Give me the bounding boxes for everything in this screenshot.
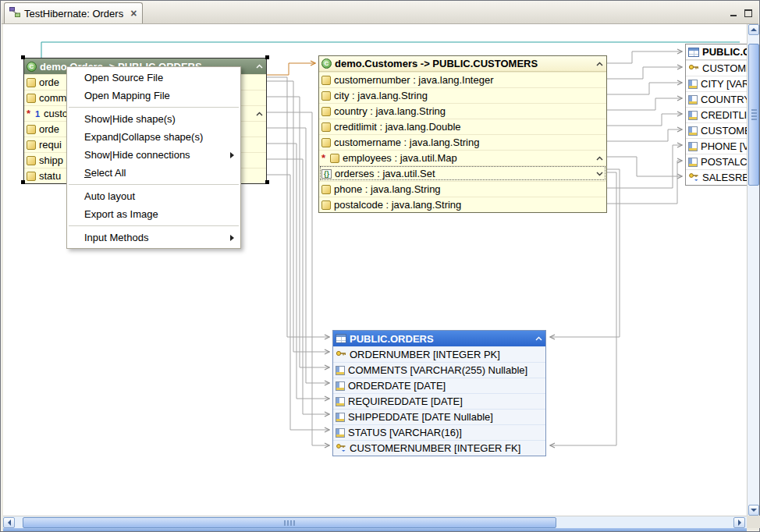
column-row[interactable]: CITY [VARCHAR(50): [686, 76, 747, 91]
diagram-canvas[interactable]: C demo.Orders -> PUBLIC.ORDERS orde comm…: [3, 24, 747, 516]
foreign-key-icon: [688, 171, 699, 184]
menu-item-label: Show|Hide shape(s): [84, 113, 176, 125]
menu-item-export-as-image[interactable]: Export as Image: [67, 205, 240, 223]
field-row[interactable]: country : java.lang.String: [319, 103, 606, 119]
column-icon: [688, 111, 698, 120]
column-label: COUNTRY [VARCH: [701, 94, 747, 105]
menu-item-auto-layout[interactable]: Auto layout: [67, 187, 240, 205]
column-row[interactable]: COUNTRY [VARCH: [686, 91, 747, 107]
menu-item-label: Open Mapping File: [84, 90, 170, 101]
field-label: requi: [39, 139, 62, 151]
property-icon: [27, 156, 36, 165]
collapse-connection-icon[interactable]: [596, 156, 603, 161]
expand-connection-icon[interactable]: [596, 172, 603, 176]
tab-testhibernate-orders[interactable]: TestHibernate: Orders ×: [4, 2, 143, 23]
scroll-right-button[interactable]: [733, 517, 745, 528]
horizontal-scrollbar-thumb[interactable]: [23, 517, 556, 528]
primary-key-icon: [688, 62, 699, 75]
menu-item-show-hide-connections[interactable]: Show|Hide connections: [67, 146, 240, 164]
field-row[interactable]: customernumber : java.lang.Integer: [319, 72, 606, 87]
menu-item-select-all[interactable]: Select All: [67, 164, 240, 182]
table-icon: [688, 48, 699, 57]
entity-demo-customers-header[interactable]: C demo.Customers -> PUBLIC.CUSTOMERS: [319, 56, 606, 72]
table-public-orders[interactable]: PUBLIC.ORDERS ORDERNUMBER [INTEGER PK] C…: [332, 330, 546, 456]
column-row[interactable]: SHIPPEDDATE [DATE Nullable]: [333, 409, 545, 424]
column-label: CUSTOMERNUMBER [INTEGER FK]: [350, 442, 520, 454]
class-icon: C: [321, 59, 332, 69]
view-tabbar: TestHibernate: Orders ×: [2, 2, 758, 24]
column-icon: [336, 381, 345, 391]
column-row[interactable]: POSTALCODE [VAR: [686, 154, 747, 169]
table-title: PUBLIC.ORDERS: [350, 333, 434, 345]
tab-title: TestHibernate: Orders: [24, 8, 123, 20]
property-icon: [321, 107, 331, 116]
column-row[interactable]: CUSTOMERNUMBER [INTEGER FK]: [333, 440, 545, 456]
field-row[interactable]: customername : java.lang.String: [319, 134, 606, 150]
scroll-up-button[interactable]: [748, 24, 759, 35]
scroll-left-button[interactable]: [3, 517, 15, 528]
table-public-customers[interactable]: PUBLIC.CUSTOMERS CUSTOMERNUMBER [IN CITY…: [685, 44, 747, 186]
column-row[interactable]: SALESREPEMPLOY: [686, 169, 747, 185]
minimize-icon[interactable]: [730, 9, 738, 17]
collapse-connection-icon[interactable]: [256, 112, 263, 116]
context-menu: Open Source File Open Mapping File Show|…: [66, 66, 241, 249]
column-label: ORDERNUMBER [INTEGER PK]: [350, 349, 500, 360]
field-label: orde: [39, 123, 59, 135]
column-row[interactable]: COMMENTS [VARCHAR(255) Nullable]: [333, 362, 545, 378]
horizontal-scrollbar[interactable]: [3, 516, 747, 528]
column-row[interactable]: ORDERNUMBER [INTEGER PK]: [333, 346, 545, 362]
menu-item-open-source-file[interactable]: Open Source File: [67, 69, 240, 87]
menu-separator: [69, 107, 239, 108]
entity-title: demo.Customers -> PUBLIC.CUSTOMERS: [335, 58, 538, 69]
selection-handle[interactable]: [21, 55, 25, 59]
field-label: country : java.lang.String: [334, 105, 446, 117]
field-row-selected[interactable]: {} orderses : java.util.Set: [319, 165, 606, 181]
menu-separator: [69, 225, 239, 226]
field-row[interactable]: city : java.lang.String: [319, 87, 606, 103]
column-row[interactable]: STATUS [VARCHAR(16)]: [333, 424, 545, 440]
field-label: customernumber : java.lang.Integer: [334, 74, 494, 86]
property-icon: [321, 185, 331, 194]
column-icon: [688, 142, 698, 151]
collapse-shape-icon[interactable]: [256, 64, 263, 69]
set-icon: {}: [321, 169, 332, 179]
column-label: SHIPPEDDATE [DATE Nullable]: [348, 411, 493, 423]
column-label: ORDERDATE [DATE]: [348, 380, 446, 392]
maximize-icon[interactable]: [744, 9, 752, 17]
menu-item-show-hide-shapes[interactable]: Show|Hide shape(s): [67, 110, 240, 128]
field-row[interactable]: creditlimit : java.lang.Double: [319, 119, 606, 134]
menu-item-label: Show|Hide connections: [84, 149, 190, 161]
column-row[interactable]: CUSTOMERNAME [: [686, 122, 747, 138]
menu-item-expand-collapse-shapes[interactable]: Expand|Collapse shape(s): [67, 128, 240, 146]
table-public-orders-header[interactable]: PUBLIC.ORDERS: [333, 331, 545, 346]
column-row[interactable]: CREDITLIMIT [DOU: [686, 107, 747, 122]
selection-handle[interactable]: [265, 180, 269, 184]
arrow-down-icon: [751, 509, 757, 512]
collapse-shape-icon[interactable]: [596, 62, 603, 66]
field-row[interactable]: * employees : java.util.Map: [319, 150, 606, 165]
table-public-customers-header[interactable]: PUBLIC.CUSTOMERS: [686, 44, 747, 60]
close-icon[interactable]: ×: [130, 9, 137, 18]
scroll-down-button[interactable]: [748, 505, 759, 516]
column-row[interactable]: REQUIREDDATE [DATE]: [333, 393, 545, 409]
column-row[interactable]: PHONE [VARCHAR: [686, 138, 747, 154]
column-icon: [336, 366, 345, 375]
column-row[interactable]: ORDERDATE [DATE]: [333, 378, 545, 393]
menu-item-open-mapping-file[interactable]: Open Mapping File: [67, 87, 240, 105]
column-label: CITY [VARCHAR(50): [701, 78, 747, 90]
field-label: postalcode : java.lang.String: [334, 199, 461, 211]
field-row[interactable]: phone : java.lang.String: [319, 181, 606, 197]
selection-handle[interactable]: [21, 180, 25, 184]
column-row[interactable]: CUSTOMERNUMBER [IN: [686, 60, 747, 76]
field-label: phone : java.lang.String: [334, 183, 441, 195]
field-label: employees : java.util.Map: [343, 152, 457, 164]
collapse-shape-icon[interactable]: [535, 336, 542, 341]
field-row[interactable]: postalcode : java.lang.String: [319, 197, 606, 212]
menu-item-input-methods[interactable]: Input Methods: [67, 229, 240, 246]
entity-demo-customers[interactable]: C demo.Customers -> PUBLIC.CUSTOMERS cus…: [318, 55, 607, 213]
menu-item-label: Input Methods: [84, 232, 148, 243]
selection-handle[interactable]: [265, 55, 269, 59]
vertical-scrollbar[interactable]: [747, 24, 759, 516]
vertical-scrollbar-thumb[interactable]: [748, 44, 759, 186]
class-icon: C: [27, 62, 37, 72]
